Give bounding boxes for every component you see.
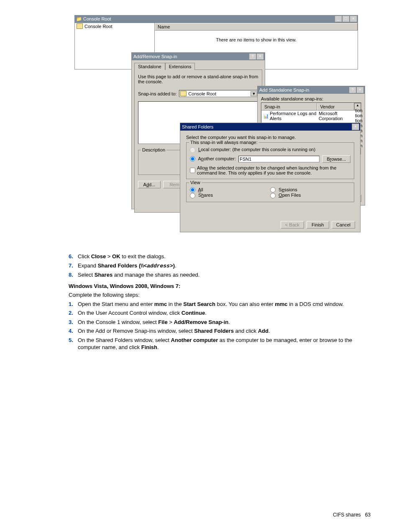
- close-button[interactable]: ×: [350, 15, 357, 22]
- close-button[interactable]: ×: [352, 123, 359, 130]
- doc-step: 4.On the Add or Remove Snap-ins window, …: [69, 327, 361, 335]
- shared-folders-title: Shared Folders ×: [180, 123, 360, 131]
- column-header-name[interactable]: Name: [155, 23, 358, 31]
- snapin-row[interactable]: 📊Performance Logs and Alerts Microsoft C…: [261, 111, 361, 121]
- snapins-added-to-dropdown[interactable]: Console Root ▼: [179, 90, 258, 97]
- available-label: Available standalone snap-ins:: [261, 96, 361, 101]
- view-shares-radio[interactable]: Shares: [190, 193, 213, 198]
- column-header-snapin[interactable]: Snap-in: [261, 103, 317, 111]
- minimize-button[interactable]: _: [335, 15, 342, 22]
- another-computer-radio[interactable]: Another computer:: [190, 156, 236, 162]
- local-computer-radio[interactable]: LLocal computer: (the computer this cons…: [190, 147, 315, 152]
- manage-group-label: This snap-in will always manage:: [189, 140, 259, 145]
- chevron-down-icon: ▼: [251, 91, 257, 96]
- empty-view-text: There are no items to show in this view.: [155, 31, 358, 49]
- log-icon: 📊: [263, 113, 269, 119]
- view-all-radio[interactable]: All: [190, 187, 203, 192]
- snapins-added-to-label: Snap-ins added to:: [138, 91, 176, 96]
- browse-button[interactable]: Browse...: [322, 155, 350, 163]
- add-remove-instruction: Use this page to add or remove a stand-a…: [138, 74, 258, 84]
- os-heading: Windows Vista, Windows 2008, Windows 7:: [69, 283, 361, 289]
- add-standalone-title: Add Standalone Snap-in ? ×: [258, 86, 365, 94]
- shared-select-label: Select the computer you want this snap-i…: [186, 135, 354, 140]
- column-header-vendor[interactable]: Vendor: [317, 103, 354, 111]
- doc-step: 3.On the Console 1 window, select File >…: [69, 319, 361, 326]
- console-window-title: 📁 Console Root _ □ ×: [74, 15, 358, 23]
- add-button[interactable]: Add...: [138, 181, 161, 188]
- tab-standalone[interactable]: Standalone: [134, 63, 165, 70]
- back-button: < Back: [281, 221, 304, 229]
- help-button[interactable]: ?: [249, 53, 256, 60]
- tree-node-label: Console Root: [84, 24, 113, 29]
- tab-extensions[interactable]: Extensions: [165, 63, 195, 70]
- intro-paragraph: Complete the following steps:: [69, 292, 361, 298]
- page-footer: CIFS shares 63: [333, 512, 371, 518]
- maximize-button[interactable]: □: [342, 15, 350, 22]
- doc-step: 8.Select Shares and manage the shares as…: [69, 271, 361, 279]
- help-button[interactable]: ?: [349, 87, 356, 93]
- close-button[interactable]: ×: [256, 53, 264, 60]
- another-computer-input[interactable]: [238, 156, 320, 162]
- doc-step: 5.On the Shared Folders window, select A…: [69, 337, 361, 351]
- view-open-files-radio[interactable]: Open Files: [270, 193, 301, 198]
- doc-step: 2.On the User Account Control window, cl…: [69, 309, 361, 317]
- add-remove-title: Add/Remove Snap-in ? ×: [132, 53, 265, 60]
- view-group-label: View: [189, 180, 202, 185]
- tree-node-console-root[interactable]: Console Root: [75, 23, 154, 29]
- doc-step: 7.Expand Shared Folders (\\<address>).: [69, 262, 361, 270]
- folder-icon: [77, 23, 83, 29]
- close-button[interactable]: ×: [356, 87, 364, 93]
- app-icon: 📁: [76, 16, 82, 22]
- folder-icon: [180, 91, 187, 96]
- doc-step: 1.Open the Start menu and enter mmc in t…: [69, 301, 361, 308]
- view-sessions-radio[interactable]: Sessions: [270, 187, 297, 192]
- allow-change-checkbox[interactable]: Allow the selected computer to be change…: [190, 165, 350, 175]
- finish-button[interactable]: Finish: [307, 221, 329, 229]
- cancel-button[interactable]: Cancel: [332, 221, 355, 229]
- doc-step: 6.Click Close > OK to exit the dialogs.: [69, 253, 361, 260]
